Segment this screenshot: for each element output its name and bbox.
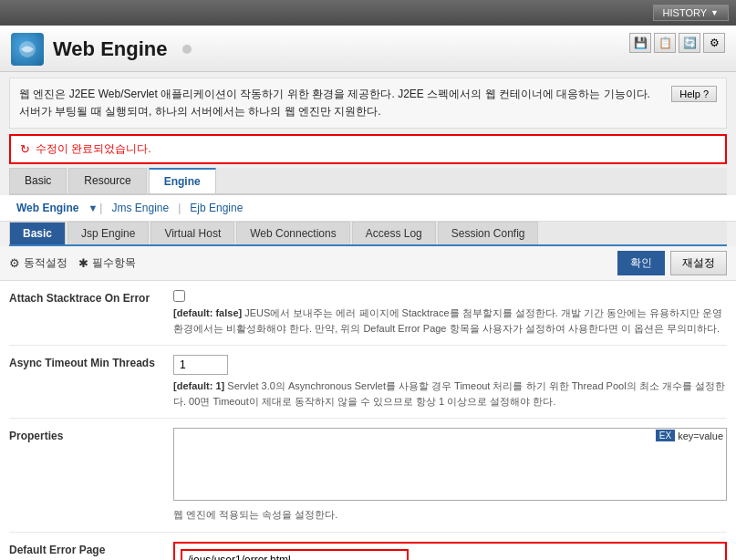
tab-sec-web-connections[interactable]: Web Connections xyxy=(236,222,350,244)
attach-stacktrace-default: [default: false] xyxy=(173,307,242,318)
field-attach-stacktrace: Attach Stacktrace On Error [default: fal… xyxy=(9,281,727,346)
tab-sec-basic[interactable]: Basic xyxy=(9,222,66,244)
field-async-timeout: Async Timeout Min Threads [default: 1] S… xyxy=(9,346,727,419)
tab-sec-virtual-host[interactable]: Virtual Host xyxy=(150,222,234,244)
dynamic-settings-button[interactable]: ⚙ 동적설정 xyxy=(9,255,67,271)
refresh-icon: ↻ xyxy=(20,142,30,156)
confirm-button[interactable]: 확인 xyxy=(617,251,665,275)
history-button[interactable]: HISTORY xyxy=(653,5,729,21)
info-text: 웹 엔진은 J2EE Web/Servlet 애플리케이션이 작동하기 위한 환… xyxy=(19,86,662,120)
tab-sec-jsp-engine[interactable]: Jsp Engine xyxy=(67,222,149,244)
field-label-properties: Properties xyxy=(9,428,173,523)
action-bar: ⚙ 동적설정 ✱ 필수항목 확인 재설정 xyxy=(0,246,736,281)
success-bar: ↻ 수정이 완료되었습니다. xyxy=(9,134,727,164)
async-timeout-desc: [default: 1] Servlet 3.0의 Asynchronous S… xyxy=(173,379,727,409)
field-value-properties: EX key=value 웹 엔진에 적용되는 속성을 설정한다. xyxy=(173,428,727,523)
field-default-error-page: Default Error Page 웹 애플리케이션에 별도의 에러 페이지를… xyxy=(9,533,727,560)
key-value-text: key=value xyxy=(678,430,723,441)
sec-tabs: Basic Jsp Engine Virtual Host Web Connec… xyxy=(9,222,727,246)
properties-desc: 웹 엔진에 적용되는 속성을 설정한다. xyxy=(173,507,727,523)
attach-stacktrace-desc: [default: false] JEUS에서 보내주는 에러 페이지에 Sta… xyxy=(173,306,727,336)
info-box: 웹 엔진은 J2EE Web/Servlet 애플리케이션이 작동하기 위한 환… xyxy=(9,78,727,129)
field-properties: Properties EX key=value 웹 엔진에 적용되는 속성을 설… xyxy=(9,419,727,533)
tab-resource[interactable]: Resource xyxy=(68,168,146,193)
action-right: 확인 재설정 xyxy=(617,251,727,275)
default-error-page-input[interactable] xyxy=(181,549,409,560)
top-bar: HISTORY xyxy=(0,0,736,26)
web-engine-arrow[interactable]: ▼ xyxy=(88,202,98,213)
tab-engine[interactable]: Engine xyxy=(149,168,216,193)
settings-button[interactable]: ⚙ xyxy=(703,33,725,53)
async-timeout-input[interactable] xyxy=(173,355,228,375)
subnav-jms-engine[interactable]: Jms Engine xyxy=(104,199,176,217)
key-value-hint: EX key=value xyxy=(656,430,723,441)
key-value-icon: EX xyxy=(656,430,675,441)
attach-stacktrace-description: JEUS에서 보내주는 에러 페이지에 Stacktrace를 첨부할지를 설정… xyxy=(173,307,722,334)
tab-sec-session-config[interactable]: Session Config xyxy=(438,222,539,244)
content-area: Attach Stacktrace On Error [default: fal… xyxy=(0,281,736,560)
field-label-attach-stacktrace: Attach Stacktrace On Error xyxy=(9,290,173,336)
header: Web Engine 💾 📋 🔄 ⚙ xyxy=(0,26,736,72)
dynamic-settings-label: 동적설정 xyxy=(24,255,67,271)
header-left: Web Engine xyxy=(11,33,192,66)
main-tabs: Basic Resource Engine xyxy=(9,168,727,195)
save-button[interactable]: 💾 xyxy=(629,33,651,53)
success-message: 수정이 완료되었습니다. xyxy=(36,141,151,157)
error-page-wrap xyxy=(173,542,727,560)
help-button[interactable]: Help ? xyxy=(671,86,717,102)
app-icon xyxy=(11,33,44,66)
required-fields-button[interactable]: ✱ 필수항목 xyxy=(78,255,136,271)
save-all-button[interactable]: 📋 xyxy=(654,33,676,53)
subnav-ejb-engine[interactable]: Ejb Engine xyxy=(182,199,250,217)
header-dot xyxy=(182,45,192,54)
async-timeout-description: Servlet 3.0의 Asynchronous Servlet를 사용할 경… xyxy=(173,380,725,407)
field-label-default-error-page: Default Error Page xyxy=(9,542,173,560)
required-fields-icon: ✱ xyxy=(78,256,88,270)
refresh-button[interactable]: 🔄 xyxy=(679,33,700,53)
reset-button[interactable]: 재설정 xyxy=(670,251,727,275)
attach-stacktrace-checkbox[interactable] xyxy=(173,290,185,302)
sub-nav: Web Engine ▼ | Jms Engine | Ejb Engine xyxy=(0,195,736,222)
action-left: ⚙ 동적설정 ✱ 필수항목 xyxy=(9,255,136,271)
page-title: Web Engine xyxy=(53,37,168,61)
textarea-wrap: EX key=value xyxy=(173,428,727,503)
subnav-web-engine[interactable]: Web Engine xyxy=(9,199,86,217)
field-value-default-error-page: 웹 애플리케이션에 별도의 에러 페이지를 설정하지 않았을 경우에 사용하는 … xyxy=(173,542,727,560)
field-label-async-timeout: Async Timeout Min Threads xyxy=(9,355,173,409)
required-fields-label: 필수항목 xyxy=(92,255,136,271)
dynamic-settings-icon: ⚙ xyxy=(9,256,20,270)
tab-sec-access-log[interactable]: Access Log xyxy=(352,222,436,244)
async-timeout-default: [default: 1] xyxy=(173,380,224,391)
field-value-async-timeout: [default: 1] Servlet 3.0의 Asynchronous S… xyxy=(173,355,727,409)
tab-basic[interactable]: Basic xyxy=(9,168,67,193)
toolbar-icons: 💾 📋 🔄 ⚙ xyxy=(629,33,725,53)
field-value-attach-stacktrace: [default: false] JEUS에서 보내주는 에러 페이지에 Sta… xyxy=(173,290,727,336)
properties-textarea[interactable] xyxy=(173,428,727,501)
